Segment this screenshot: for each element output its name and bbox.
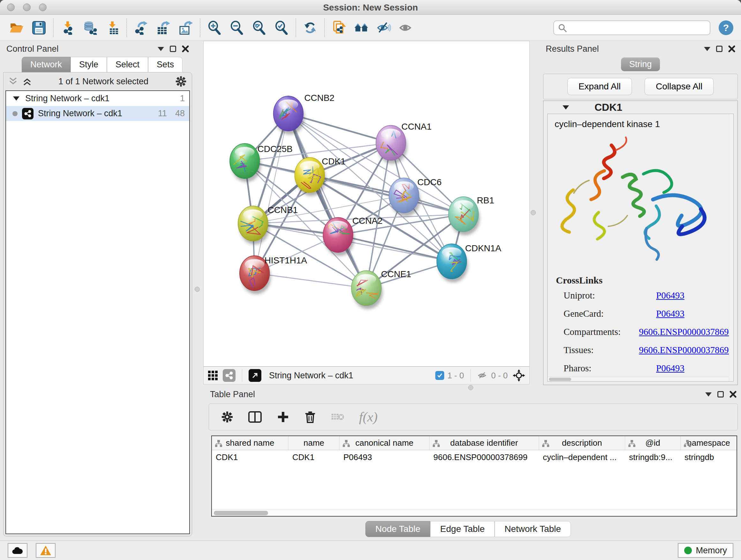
- hidden-counts: 0 - 0: [491, 371, 508, 381]
- tab-sets[interactable]: Sets: [148, 57, 183, 72]
- panel-close-icon[interactable]: [730, 391, 737, 398]
- tab-network[interactable]: Network: [22, 57, 71, 72]
- memory-button[interactable]: Memory: [678, 543, 733, 558]
- crosslink-link[interactable]: 9606.ENSP00000378699: [639, 327, 733, 337]
- table-settings-gear-icon[interactable]: [221, 411, 233, 423]
- column-header[interactable]: shared name: [212, 436, 288, 450]
- export-table-button[interactable]: [154, 18, 172, 37]
- detach-view-icon[interactable]: [249, 369, 261, 382]
- tab-node-table[interactable]: Node Table: [365, 521, 430, 537]
- hide-selected-button[interactable]: [375, 18, 393, 37]
- cell-shared-name[interactable]: CDK1: [212, 450, 288, 464]
- collection-count: 1: [180, 94, 185, 104]
- column-type-icon: [433, 440, 440, 447]
- add-column-icon[interactable]: [277, 411, 289, 423]
- panel-float-icon[interactable]: [718, 391, 724, 397]
- network-selection-status-row: 1 of 1 Network selected: [3, 72, 192, 90]
- right-splitter-grip[interactable]: [531, 210, 536, 215]
- show-all-button[interactable]: [397, 18, 415, 37]
- cloud-button[interactable]: [8, 543, 27, 558]
- zoom-out-button[interactable]: [228, 18, 246, 37]
- tab-string[interactable]: String: [621, 57, 660, 71]
- birdseye-icon[interactable]: [512, 369, 526, 382]
- cell-namespace[interactable]: stringdb: [681, 450, 737, 464]
- column-header[interactable]: name: [288, 436, 340, 450]
- expand-all-button[interactable]: Expand All: [567, 78, 632, 95]
- panel-menu-icon[interactable]: [705, 392, 712, 396]
- first-neighbors-button[interactable]: [352, 18, 370, 37]
- panel-float-icon[interactable]: [170, 46, 176, 52]
- collapse-all-icon[interactable]: [9, 77, 17, 86]
- tab-network-table[interactable]: Network Table: [495, 521, 571, 537]
- column-header[interactable]: database identifier: [429, 436, 539, 450]
- horizontal-splitter-grip[interactable]: [468, 385, 473, 390]
- cell-canonical-name[interactable]: P06493: [340, 450, 429, 464]
- panel-close-icon[interactable]: [182, 45, 189, 52]
- tab-edge-table[interactable]: Edge Table: [430, 521, 495, 537]
- column-header[interactable]: canonical name: [340, 436, 429, 450]
- export-image-icon: [179, 21, 193, 35]
- search-input[interactable]: [553, 20, 711, 35]
- import-table-button[interactable]: [104, 18, 121, 37]
- panel-close-icon[interactable]: [728, 45, 735, 52]
- crosslink-row: Uniprot: P06493: [563, 290, 733, 301]
- cell-database-identifier[interactable]: 9606.ENSP00000378699: [429, 450, 539, 464]
- network-canvas[interactable]: CCNB2CCNA1CDC25BCDK1CDC6RB1CCNB1CCNA2CDK…: [203, 41, 530, 367]
- export-image-button[interactable]: [177, 18, 195, 37]
- open-session-button[interactable]: [8, 18, 25, 37]
- cell-description[interactable]: cyclin–dependent ...: [539, 450, 625, 464]
- column-header[interactable]: namespace: [681, 436, 737, 450]
- gene-header-row[interactable]: CDK1: [543, 101, 738, 114]
- zoom-in-button[interactable]: [205, 18, 223, 37]
- export-network-button[interactable]: [132, 18, 150, 37]
- gene-collapse-icon[interactable]: [562, 105, 569, 110]
- crosslink-link[interactable]: 9606.ENSP00000378699: [639, 345, 733, 355]
- new-network-from-selection-button[interactable]: [330, 18, 348, 37]
- zoom-selected-button[interactable]: [273, 18, 290, 37]
- results-toolbar: Expand All Collapse All: [543, 74, 738, 99]
- crosslink-link[interactable]: P06493: [656, 290, 684, 301]
- table-horizontal-scrollbar[interactable]: [212, 509, 737, 516]
- network-view[interactable]: CCNB2CCNA1CDC25BCDK1CDC6RB1CCNB1CCNA2CDK…: [204, 41, 529, 366]
- tab-select[interactable]: Select: [107, 57, 148, 72]
- help-button[interactable]: ?: [719, 20, 733, 35]
- network-row[interactable]: String Network – cdk1 11 48: [6, 106, 189, 121]
- save-session-button[interactable]: [30, 18, 48, 37]
- expand-all-icon[interactable]: [23, 77, 31, 86]
- cell-name[interactable]: CDK1: [288, 450, 340, 464]
- grid-view-icon[interactable]: [207, 370, 218, 381]
- warnings-button[interactable]: [36, 543, 56, 558]
- export-network-icon: [134, 21, 148, 35]
- collapse-all-button[interactable]: Collapse All: [645, 78, 714, 95]
- crosslink-link[interactable]: P06493: [656, 363, 684, 374]
- panel-menu-icon[interactable]: [158, 47, 164, 51]
- gear-icon[interactable]: [175, 76, 187, 87]
- import-network-database-button[interactable]: [81, 18, 99, 37]
- hidden-eye-icon: [477, 371, 488, 380]
- delete-icon[interactable]: [304, 411, 316, 423]
- panel-menu-icon[interactable]: [704, 47, 711, 51]
- crosslink-link[interactable]: P06493: [656, 308, 684, 319]
- column-header[interactable]: @id: [625, 436, 681, 450]
- left-splitter-grip[interactable]: [195, 287, 200, 292]
- tab-style[interactable]: Style: [71, 57, 107, 72]
- results-panel-header: Results Panel: [542, 42, 738, 56]
- show-columns-icon[interactable]: [248, 411, 262, 423]
- cell-id[interactable]: stringdb:9...: [625, 450, 681, 464]
- network-edge[interactable]: [255, 273, 366, 288]
- table-row[interactable]: CDK1 CDK1 P06493 9606.ENSP00000378699 cy…: [212, 450, 737, 464]
- results-vertical-scrollbar[interactable]: [729, 114, 733, 381]
- selected-checkbox-icon[interactable]: [435, 371, 444, 380]
- network-share-view-icon[interactable]: [223, 369, 235, 382]
- import-network-file-button[interactable]: [59, 18, 77, 37]
- zoom-fit-button[interactable]: [250, 18, 268, 37]
- column-header[interactable]: description: [539, 436, 625, 450]
- results-horizontal-scrollbar[interactable]: [548, 377, 733, 381]
- column-type-icon: [542, 440, 549, 447]
- network-edge[interactable]: [255, 114, 288, 273]
- node-table: shared name name canonical name database…: [211, 435, 737, 516]
- panel-float-icon[interactable]: [716, 46, 723, 52]
- collection-expand-icon[interactable]: [13, 97, 19, 101]
- network-collection-row[interactable]: String Network – cdk1 1: [6, 91, 189, 106]
- apply-layout-button[interactable]: [301, 18, 319, 37]
